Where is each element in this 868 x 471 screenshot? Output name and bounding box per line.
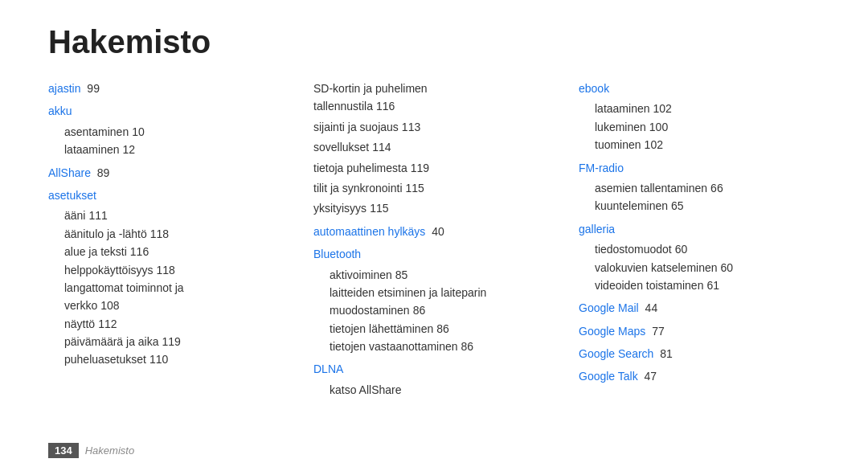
list-item: tietojen vastaanottaminen86 (313, 338, 555, 355)
footer-label: Hakemisto (85, 444, 134, 457)
entry-group-allshare: AllShare 89 (48, 164, 289, 182)
entry-group-googlesearch: Google Search 81 (579, 345, 820, 362)
list-item: aktivoiminen85 (313, 266, 555, 284)
entry-number: 86 (436, 322, 449, 335)
entry-link-googlemaps: Google Maps (579, 325, 645, 338)
list-item: alue ja teksti116 (48, 243, 289, 260)
entry-number: 102 (645, 138, 663, 151)
list-item: yksityisyys115 (313, 199, 555, 217)
list-item: lataaminen102 (579, 100, 820, 117)
entry-number: 81 (660, 347, 673, 360)
column-3: ebook lataaminen102 lukeminen100 tuomine… (579, 80, 820, 455)
list-item: sijainti ja suojaus113 (313, 118, 555, 136)
list-item: tiedostomuodot60 (579, 240, 820, 258)
entry-number: 86 (413, 304, 426, 317)
list-item: asetukset (48, 186, 289, 204)
entry-group-googlemaps: Google Maps 77 (579, 322, 820, 340)
entry-group-fmradio: FM-radio asemien tallentaminen66 kuuntel… (579, 159, 820, 215)
entry-number: 85 (395, 268, 408, 281)
entry-number: 115 (406, 182, 424, 195)
entry-link-asetukset: asetukset (48, 189, 96, 202)
list-item: äänitulo ja -lähtö118 (48, 225, 289, 243)
entry-number: 61 (706, 279, 719, 292)
entry-number: 118 (157, 264, 175, 276)
page-title: Hakemisto (48, 24, 820, 60)
list-item: ääni111 (48, 207, 289, 224)
entry-number: 114 (372, 141, 391, 154)
entry-link-googletalk: Google Talk (579, 370, 638, 383)
list-item: päivämäärä ja aika119 (48, 333, 289, 350)
list-item: asemien tallentaminen66 (579, 179, 820, 197)
entry-group-akku: akku asentaminen10 lataaminen12 (48, 102, 289, 158)
entry-group-automaattinen: automaattinen hylkäys 40 (313, 223, 555, 240)
entry-link-automaattinen: automaattinen hylkäys (313, 225, 425, 238)
entry-group-googlemail: Google Mail 44 (579, 299, 820, 317)
list-item: asentaminen10 (48, 123, 289, 141)
entry-number: 115 (370, 202, 388, 215)
list-item: tietojen lähettäminen86 (313, 320, 555, 338)
entry-number: 119 (411, 162, 429, 174)
list-item: laitteiden etsiminen ja laiteparinmuodos… (313, 284, 555, 320)
entry-link-allshare: AllShare (48, 166, 91, 179)
entry-group-dlna: DLNA katso AllShare (313, 360, 555, 399)
list-item: valokuvien katseleminen60 (579, 259, 820, 276)
list-item: langattomat toiminnot javerkko108 (48, 279, 289, 315)
list-item: Google Talk 47 (579, 367, 820, 385)
entry-link-fmradio: FM-radio (579, 162, 624, 174)
list-item: automaattinen hylkäys 40 (313, 223, 555, 240)
entry-link-ebook: ebook (579, 82, 609, 95)
entry-number: 86 (461, 340, 474, 353)
column-1: ajastin 99 akku asentaminen10 lataaminen… (48, 80, 313, 455)
entry-number: 44 (645, 301, 658, 314)
list-item: DLNA (313, 360, 555, 378)
entry-group-ebook: ebook lataaminen102 lukeminen100 tuomine… (579, 80, 820, 154)
list-item: tietoja puhelimesta119 (313, 159, 555, 177)
entry-group-ajastin: ajastin 99 (48, 80, 289, 97)
list-item: lukeminen100 (579, 118, 820, 136)
entry-number: 10 (132, 125, 145, 138)
list-item: Google Maps 77 (579, 322, 820, 340)
entry-number: 89 (97, 166, 110, 179)
entry-number: 100 (649, 121, 668, 133)
list-item: puheluasetukset110 (48, 350, 289, 368)
list-item: tuominen102 (579, 136, 820, 154)
footer-page-number: 134 (48, 443, 79, 458)
entry-number: 65 (671, 199, 684, 212)
entry-link-googlemail: Google Mail (579, 301, 639, 314)
list-item: näyttö112 (48, 315, 289, 333)
column-2: SD-kortin ja puhelimentallennustila116 s… (313, 80, 579, 455)
entry-link-dlna: DLNA (313, 362, 343, 375)
entry-group-sdkortin: SD-kortin ja puhelimentallennustila116 s… (313, 80, 555, 218)
entry-number: 116 (130, 245, 149, 258)
list-item: akku (48, 102, 289, 120)
list-item: katso AllShare (313, 381, 555, 399)
list-item: galleria (579, 220, 820, 238)
page-container: Hakemisto ajastin 99 akku asentaminen10 … (0, 0, 868, 471)
list-item: ajastin 99 (48, 80, 289, 97)
entry-number: 47 (645, 370, 657, 383)
list-item: sovellukset114 (313, 138, 555, 156)
footer: 134 Hakemisto (48, 443, 134, 458)
entry-link-bluetooth: Bluetooth (313, 248, 361, 260)
entry-link-galleria: galleria (579, 223, 615, 236)
list-item: FM-radio (579, 159, 820, 177)
list-item: videoiden toistaminen61 (579, 276, 820, 294)
entry-number: 110 (149, 353, 168, 366)
entry-number: 40 (432, 225, 444, 238)
list-item: lataaminen12 (48, 141, 289, 158)
entry-group-galleria: galleria tiedostomuodot60 valokuvien kat… (579, 220, 820, 295)
entry-number: 118 (150, 227, 169, 240)
entry-link-googlesearch: Google Search (579, 347, 653, 360)
list-item: AllShare 89 (48, 164, 289, 182)
entry-number: 60 (675, 243, 688, 256)
entry-number: 60 (721, 261, 734, 274)
entry-number: 112 (98, 317, 117, 330)
entry-number: 116 (376, 100, 395, 113)
list-item: SD-kortin ja puhelimentallennustila116 (313, 80, 555, 116)
list-item: helppokäyttöisyys118 (48, 261, 289, 279)
entry-number: 119 (162, 335, 181, 348)
entry-number: 66 (710, 182, 723, 195)
entry-number: 108 (100, 299, 119, 312)
list-item: Bluetooth (313, 245, 555, 263)
list-item: tilit ja synkronointi115 (313, 179, 555, 197)
